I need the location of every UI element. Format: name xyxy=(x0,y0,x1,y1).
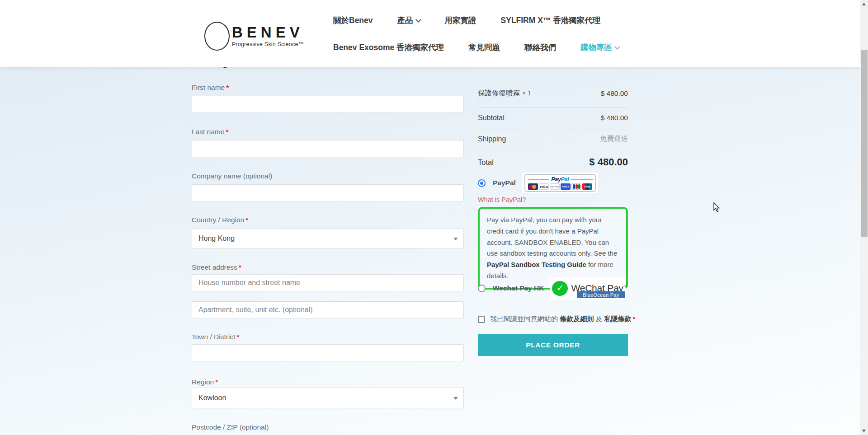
street-address-label: Street address* xyxy=(192,263,241,271)
paypal-label[interactable]: PayPal xyxy=(493,179,516,187)
region-label: Region* xyxy=(192,378,218,386)
privacy-policy-link[interactable]: 私隱條款 xyxy=(604,315,632,323)
place-order-button[interactable]: PLACE ORDER xyxy=(478,334,628,356)
nav-item-sylfirm[interactable]: SYLFIRM X™ 香港獨家代理 xyxy=(501,15,601,26)
label-text: Country / Region xyxy=(192,216,244,224)
logo-text: BENEV Progressive Skin Science™ xyxy=(232,25,304,47)
required-asterisk: * xyxy=(215,378,218,386)
order-item-row: 保護修復噴霧× 1 $ 480.00 xyxy=(478,89,628,98)
chevron-down-icon xyxy=(614,44,620,50)
mouse-cursor-icon xyxy=(713,202,722,215)
region-select[interactable]: Kowloon xyxy=(192,388,464,408)
what-is-paypal-link[interactable]: What is PayPal? xyxy=(478,196,526,203)
nav-label: 常見問題 xyxy=(468,42,500,53)
wechat-pay-logo[interactable]: ✓ WeChat Pay® BlueOcean Pay xyxy=(550,277,626,299)
label-text: Street address xyxy=(192,263,237,271)
terms-prefix: 我已閱讀並同意網站的 xyxy=(490,315,560,323)
country-select-value: Hong Kong xyxy=(198,234,235,243)
checkmark-icon: ✓ xyxy=(557,284,564,292)
chevron-down-icon xyxy=(415,17,421,23)
region-select-value: Kowloon xyxy=(198,394,226,402)
first-name-input[interactable] xyxy=(192,96,464,113)
required-asterisk: * xyxy=(239,263,241,271)
nav-label: 購物專區 xyxy=(580,42,612,53)
nav-item-benev-exosome[interactable]: Benev Exosome 香港獨家代理 xyxy=(333,42,444,53)
street-address-input[interactable] xyxy=(192,274,464,291)
last-name-label: Last name* xyxy=(192,128,228,136)
terms-and-conditions-link[interactable]: 條款及細則 xyxy=(560,315,594,323)
paypal-sandbox-guide-link[interactable]: PayPal Sandbox Testing Guide xyxy=(487,261,586,268)
divider xyxy=(478,151,628,151)
paypal-logo-pay: Pay xyxy=(551,176,561,182)
amex-icon: AMEX xyxy=(561,183,571,190)
site-header: BENEV Progressive Skin Science™ 關於Benev … xyxy=(0,0,868,67)
divider xyxy=(478,130,628,130)
first-name-label: First name* xyxy=(192,84,229,92)
label-text: Last name xyxy=(192,128,224,136)
postcode-label: Postcode / ZIP (optional) xyxy=(192,423,269,431)
required-asterisk: * xyxy=(245,216,248,224)
nav-label: Benev Exosome 香港獨家代理 xyxy=(333,42,444,53)
scrollbar-down-arrow-icon[interactable] xyxy=(862,430,866,432)
required-asterisk: * xyxy=(633,315,636,323)
wechat-bubble-icon: ✓ xyxy=(552,281,568,296)
label-text: Company name (optional) xyxy=(192,172,272,180)
nav-item-shop[interactable]: 購物專區 xyxy=(580,42,619,53)
label-text: Town / District xyxy=(192,333,235,341)
nav-item-contact[interactable]: 聯絡我們 xyxy=(524,42,556,53)
vertical-scrollbar[interactable] xyxy=(860,0,868,435)
town-district-input[interactable] xyxy=(192,344,464,361)
last-name-input[interactable] xyxy=(192,140,464,157)
jcb-icon xyxy=(571,183,581,190)
country-select[interactable]: Hong Kong xyxy=(192,228,464,249)
town-district-label: Town / District* xyxy=(192,333,240,341)
nav-item-faq[interactable]: 常見問題 xyxy=(468,42,500,53)
total-label: Total xyxy=(478,158,494,167)
logo-tagline: Progressive Skin Science™ xyxy=(232,41,304,47)
company-name-input[interactable] xyxy=(192,184,464,201)
visa-icon: VISA xyxy=(539,183,549,190)
label-text: Postcode / ZIP (optional) xyxy=(192,423,269,431)
order-item: 保護修復噴霧× 1 xyxy=(478,89,531,98)
terms-text: 我已閱讀並同意網站的 條款及細則 及 私隱條款* xyxy=(490,315,635,323)
street-address-2-input[interactable] xyxy=(192,301,464,318)
wechat-label[interactable]: Wechat Pay HK xyxy=(493,284,544,292)
nav-label: 產品 xyxy=(397,15,413,26)
nav-item-about-benev[interactable]: 關於Benev xyxy=(333,15,373,26)
total-row: Total $ 480.00 xyxy=(478,156,628,168)
shipping-label: Shipping xyxy=(478,135,506,143)
paypal-radio[interactable] xyxy=(478,179,486,187)
nav-item-products[interactable]: 產品 xyxy=(397,15,420,26)
label-text: Region xyxy=(192,378,214,386)
mastercard-icon xyxy=(528,183,538,190)
subtotal-row: Subtotal $ 480.00 xyxy=(478,114,628,122)
company-name-label: Company name (optional) xyxy=(192,172,272,180)
card-logos: VISA DISCOVER AMEX UPay xyxy=(528,183,593,190)
paypal-logo: PayPal xyxy=(528,176,593,182)
total-value: $ 480.00 xyxy=(589,156,628,168)
scrollbar-up-arrow-icon[interactable] xyxy=(862,3,866,5)
subtotal-value: $ 480.00 xyxy=(601,114,628,122)
site-logo[interactable]: BENEV Progressive Skin Science™ xyxy=(204,22,304,51)
scrollbar-thumb[interactable] xyxy=(861,50,868,237)
divider xyxy=(478,107,628,108)
nav-row-2: Benev Exosome 香港獨家代理 常見問題 聯絡我們 購物專區 xyxy=(333,42,619,53)
divider xyxy=(528,179,549,180)
label-text: First name xyxy=(192,84,225,91)
paypal-mark-inner: PayPal VISA DISCOVER AMEX UPay xyxy=(524,174,596,192)
terms-checkbox[interactable] xyxy=(478,316,485,323)
blueocean-pay-banner: BlueOcean Pay xyxy=(577,291,625,298)
nav-label: 關於Benev xyxy=(333,15,373,26)
nav-label: 用家實證 xyxy=(445,15,476,26)
country-label: Country / Region* xyxy=(192,216,248,224)
wechat-radio[interactable] xyxy=(478,285,486,292)
dropdown-arrow-icon xyxy=(453,397,458,400)
paypal-acceptance-mark[interactable]: PayPal VISA DISCOVER AMEX UPay xyxy=(522,173,598,193)
unionpay-icon: UPay xyxy=(582,183,592,190)
checkout-page: Billing details Your order BENEV Progres… xyxy=(0,0,868,435)
item-name: 保護修復噴霧 xyxy=(478,89,520,97)
nav-row-1: 關於Benev 產品 用家實證 SYLFIRM X™ 香港獨家代理 xyxy=(333,15,600,26)
divider xyxy=(571,179,592,180)
paypal-payment-row: PayPal PayPal VISA DISCOVER AMEX UPay xyxy=(478,173,598,193)
nav-item-testimonials[interactable]: 用家實證 xyxy=(445,15,476,26)
